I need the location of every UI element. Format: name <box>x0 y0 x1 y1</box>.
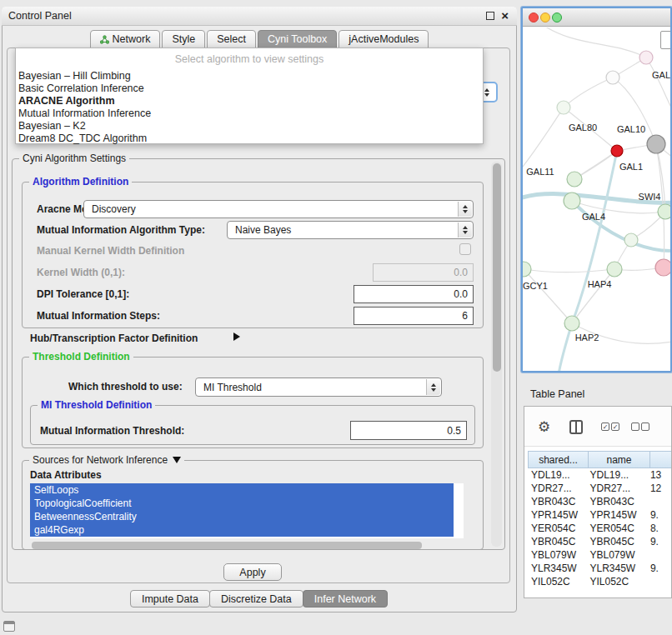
table-panel-title: Table Panel <box>530 388 584 400</box>
table-row[interactable]: YIL052CYIL052C <box>528 575 671 588</box>
table-panel-window: ⚙ ✓✓ shared...name YDL19...YDL19...13YDR… <box>524 406 672 598</box>
network-node[interactable] <box>606 71 619 84</box>
table-cell: 9. <box>647 509 671 521</box>
network-node[interactable] <box>611 145 623 157</box>
manual-kernel-checkbox[interactable] <box>459 243 471 255</box>
network-node-label: SWI4 <box>639 192 661 202</box>
tab-style[interactable]: Style <box>162 30 205 48</box>
float-window-icon[interactable] <box>486 12 494 20</box>
network-node[interactable] <box>564 316 579 331</box>
aracne-mode-combobox[interactable]: Discovery <box>83 200 474 218</box>
collapse-arrow-icon[interactable] <box>173 457 181 463</box>
kernel-width-field[interactable]: 0.0 <box>373 263 474 282</box>
network-node[interactable] <box>655 259 670 276</box>
data-attribute-item[interactable]: SelfLoops <box>30 483 454 497</box>
table-body: YDL19...YDL19...13YDR27...YDR27...12YBR0… <box>528 468 671 588</box>
network-node-label: GAL <box>652 70 670 80</box>
table-cell: YER054C <box>587 522 647 534</box>
data-attribute-item[interactable]: gal4RGexp <box>30 523 454 537</box>
network-node[interactable] <box>639 51 653 64</box>
minimized-panel-icon[interactable] <box>3 621 15 632</box>
mi-type-combobox[interactable]: Naive Bayes <box>227 221 474 239</box>
table-cell: YBR043C <box>587 496 647 508</box>
column-header[interactable]: name <box>588 451 650 468</box>
network-node[interactable] <box>647 135 665 153</box>
network-window-titlebar[interactable] <box>523 8 670 27</box>
attributes-hscrollbar-thumb[interactable] <box>32 542 422 549</box>
network-node-label: GAL80 <box>569 122 597 132</box>
column-header[interactable] <box>649 451 672 468</box>
algorithm-option[interactable]: Bayesian – Hill Climbing <box>16 70 483 82</box>
network-tab-icon <box>100 35 109 44</box>
zoom-traffic-light[interactable] <box>552 12 562 22</box>
tab-discretize-data[interactable]: Discretize Data <box>209 590 303 608</box>
gear-icon[interactable]: ⚙ <box>538 418 550 436</box>
dpi-tolerance-field[interactable]: 0.0 <box>354 285 474 303</box>
select-all-icon[interactable]: ✓✓ <box>601 422 619 431</box>
network-tools-box[interactable] <box>660 31 670 49</box>
data-attribute-item[interactable]: BetweennessCentrality <box>30 510 454 523</box>
network-node[interactable] <box>624 233 638 247</box>
dpi-tolerance-label: DPI Tolerance [0,1]: <box>37 288 129 300</box>
attributes-hscrollbar[interactable] <box>32 542 462 549</box>
table-row[interactable]: YPR145WYPR145W9. <box>528 508 671 522</box>
algorithm-option[interactable]: Bayesian – K2 <box>16 120 483 132</box>
desktop: Control Panel × NetworkStyleSelectCyni T… <box>0 0 672 635</box>
table-cell: YIL052C <box>587 576 647 588</box>
tab-infer-network[interactable]: Infer Network <box>303 590 388 608</box>
table-row[interactable]: YLR345WYLR345W9. <box>528 562 671 575</box>
manual-kernel-label: Manual Kernel Width Definition <box>37 245 184 257</box>
settings-scrollbar[interactable] <box>491 162 502 547</box>
close-window-icon[interactable]: × <box>501 10 509 22</box>
which-threshold-combobox[interactable]: MI Threshold <box>195 378 442 397</box>
network-node[interactable] <box>567 172 582 187</box>
settings-scrollbar-thumb[interactable] <box>493 163 501 372</box>
table-row[interactable]: YBR045CYBR045C9. <box>528 535 671 548</box>
data-attribute-item[interactable]: TopologicalCoefficient <box>30 497 454 510</box>
group-title: MI Threshold Definition <box>38 399 155 411</box>
tab-network[interactable]: Network <box>90 30 161 48</box>
tab-select[interactable]: Select <box>207 30 256 48</box>
expand-arrow-icon[interactable] <box>233 332 240 341</box>
network-node-label: GAL10 <box>617 124 645 134</box>
table-row[interactable]: YBR043CYBR043C <box>528 495 671 508</box>
tab-jactivemodules[interactable]: jActiveModules <box>339 30 429 48</box>
columns-icon[interactable] <box>569 420 583 434</box>
tab-impute-data[interactable]: Impute Data <box>130 590 210 608</box>
network-canvas[interactable]: GALGAL80GAL10GAL11GAL1SWI4GAL4GCY1HAP4HA… <box>523 28 670 371</box>
algorithm-option[interactable]: Mutual Information Inference <box>16 108 483 120</box>
deselect-all-icon[interactable] <box>631 422 649 431</box>
tab-label: Network <box>113 33 151 45</box>
control-panel-tab-bar: NetworkStyleSelectCyni ToolboxjActiveMod… <box>2 30 517 48</box>
apply-button[interactable]: Apply <box>223 563 282 581</box>
control-panel-titlebar[interactable]: Control Panel × <box>2 7 517 26</box>
tab-label: Cyni Toolbox <box>268 33 327 45</box>
mi-type-label: Mutual Information Algorithm Type: <box>37 224 205 236</box>
network-node[interactable] <box>564 192 580 209</box>
minimize-traffic-light[interactable] <box>540 12 550 22</box>
network-node-label: GAL1 <box>619 162 643 172</box>
table-cell: YBL079W <box>587 549 647 561</box>
table-cell: YBR045C <box>587 536 647 548</box>
network-node[interactable] <box>607 262 622 277</box>
table-row[interactable]: YBL079WYBL079W <box>528 548 671 562</box>
algorithm-option[interactable]: Dream8 DC_TDC Algorithm <box>16 132 483 145</box>
table-row[interactable]: YDL19...YDL19...13 <box>528 468 671 482</box>
table-cell: YDL19... <box>528 469 587 481</box>
table-row[interactable]: YDR27...YDR27...12 <box>528 482 671 495</box>
table-cell: 12 <box>647 482 671 494</box>
close-traffic-light[interactable] <box>529 12 539 22</box>
network-node[interactable] <box>523 262 531 277</box>
table-cell: 8. <box>647 522 671 534</box>
column-header[interactable]: shared... <box>528 451 589 468</box>
tab-label: Style <box>172 33 195 45</box>
algorithm-dropdown-popup: Select algorithm to view settings Bayesi… <box>15 48 484 144</box>
mi-threshold-field[interactable]: 0.5 <box>350 421 467 440</box>
tab-cyni-toolbox[interactable]: Cyni Toolbox <box>258 30 337 48</box>
table-row[interactable]: YER054CYER054C8. <box>528 522 671 535</box>
algorithm-option[interactable]: Basic Correlation Inference <box>16 82 483 95</box>
mi-steps-field[interactable]: 6 <box>354 307 474 325</box>
algorithm-option[interactable]: ARACNE Algorithm <box>16 95 483 108</box>
network-node[interactable] <box>658 204 670 219</box>
network-node[interactable] <box>557 101 570 114</box>
